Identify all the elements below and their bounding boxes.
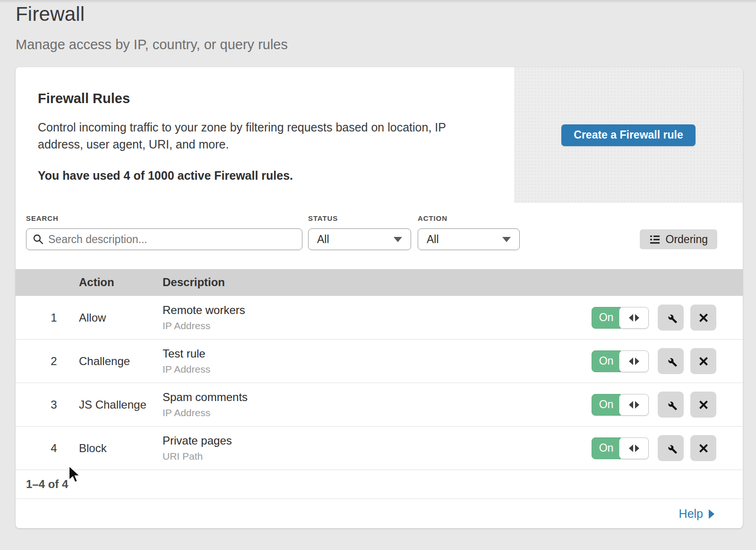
edit-rule-button[interactable] xyxy=(658,392,684,418)
arrow-right-icon xyxy=(635,358,639,365)
rule-action: Allow xyxy=(79,311,163,324)
rule-match-type: IP Address xyxy=(163,364,592,375)
action-column-header: Action xyxy=(79,276,163,289)
firewall-rules-card: Firewall Rules Control incoming traffic … xyxy=(16,67,743,528)
search-filter-group: SEARCH xyxy=(26,214,302,250)
arrow-right-icon xyxy=(635,401,639,409)
delete-rule-button[interactable] xyxy=(690,392,716,418)
table-row: 3 JS Challenge Spam comments IP Address … xyxy=(16,383,743,426)
rule-description: Test rule xyxy=(163,347,592,360)
action-filter-group: ACTION All xyxy=(418,214,520,250)
arrow-left-icon xyxy=(629,401,633,409)
description-column-header: Description xyxy=(163,276,592,289)
status-label: STATUS xyxy=(308,214,411,222)
wrench-icon xyxy=(664,398,678,411)
status-select[interactable]: All xyxy=(308,228,411,250)
wrench-icon xyxy=(664,311,678,324)
search-input[interactable] xyxy=(26,228,302,250)
close-icon xyxy=(697,312,710,324)
toggle-handle[interactable] xyxy=(619,307,649,329)
search-icon xyxy=(33,234,44,245)
ordering-button-label: Ordering xyxy=(666,233,708,246)
arrow-right-icon xyxy=(635,314,639,322)
rule-priority: 2 xyxy=(16,355,79,368)
table-header: Action Description xyxy=(16,269,743,296)
rule-controls: On xyxy=(592,348,743,374)
rule-description-cell: Private pages URI Path xyxy=(163,434,592,462)
rules-usage-note: You have used 4 of 1000 active Firewall … xyxy=(38,169,491,183)
rule-match-type: IP Address xyxy=(163,320,592,332)
close-icon xyxy=(697,442,710,454)
status-select-value: All xyxy=(317,233,329,246)
edit-rule-button[interactable] xyxy=(658,435,684,461)
close-icon xyxy=(697,355,710,367)
create-firewall-rule-button[interactable]: Create a Firewall rule xyxy=(561,124,695,146)
edit-rule-button[interactable] xyxy=(658,305,684,331)
edit-rule-button[interactable] xyxy=(658,348,684,374)
rules-intro-section: Firewall Rules Control incoming traffic … xyxy=(16,67,743,203)
action-label: ACTION xyxy=(418,214,520,222)
help-link[interactable]: Help xyxy=(679,507,714,521)
delete-rule-button[interactable] xyxy=(690,435,716,461)
page-header: Firewall Manage access by IP, country, o… xyxy=(0,0,756,52)
caret-right-icon xyxy=(709,509,714,519)
rule-action: Block xyxy=(79,442,163,455)
rule-description: Spam comments xyxy=(163,391,592,404)
help-bar: Help xyxy=(16,498,743,528)
close-icon xyxy=(697,399,710,411)
action-select[interactable]: All xyxy=(418,228,520,250)
rule-match-type: IP Address xyxy=(163,407,592,419)
rules-heading: Firewall Rules xyxy=(38,91,491,106)
page-subtitle: Manage access by IP, country, or query r… xyxy=(16,37,756,52)
toggle-handle[interactable] xyxy=(619,437,649,459)
delete-rule-button[interactable] xyxy=(690,348,716,374)
delete-rule-button[interactable] xyxy=(690,305,716,331)
rules-description: Control incoming traffic to your zone by… xyxy=(38,119,484,153)
toggle-on-label: On xyxy=(592,307,621,329)
rule-match-type: URI Path xyxy=(163,451,592,462)
toggle-handle[interactable] xyxy=(619,394,649,416)
rule-enabled-toggle[interactable]: On xyxy=(592,437,651,459)
search-label: SEARCH xyxy=(26,214,302,222)
rule-description-cell: Test rule IP Address xyxy=(163,347,592,375)
rule-action: JS Challenge xyxy=(79,398,163,411)
rule-controls: On xyxy=(592,392,743,418)
table-row: 2 Challenge Test rule IP Address On xyxy=(16,339,743,383)
pagination-range: 1–4 of 4 xyxy=(26,478,68,491)
rule-action: Challenge xyxy=(79,355,163,368)
rule-enabled-toggle[interactable]: On xyxy=(592,394,651,416)
chevron-down-icon xyxy=(394,237,402,242)
rule-priority: 4 xyxy=(16,442,79,455)
toggle-on-label: On xyxy=(592,394,621,416)
arrow-right-icon xyxy=(635,445,639,452)
status-filter-group: STATUS All xyxy=(308,214,411,250)
rule-enabled-toggle[interactable]: On xyxy=(592,350,651,372)
rule-description: Remote workers xyxy=(163,304,592,317)
rule-enabled-toggle[interactable]: On xyxy=(592,307,651,329)
arrow-left-icon xyxy=(629,445,633,452)
rule-description: Private pages xyxy=(163,434,592,447)
action-select-value: All xyxy=(427,233,439,246)
toggle-on-label: On xyxy=(592,350,621,372)
create-rule-panel: Create a Firewall rule xyxy=(514,67,743,203)
rule-priority: 1 xyxy=(16,311,79,324)
arrow-left-icon xyxy=(629,358,633,365)
page-title: Firewall xyxy=(16,3,756,26)
table-row: 4 Block Private pages URI Path On xyxy=(16,426,743,470)
rule-description-cell: Spam comments IP Address xyxy=(163,391,592,419)
wrench-icon xyxy=(664,355,678,368)
arrow-left-icon xyxy=(629,314,633,322)
pagination-bar: 1–4 of 4 xyxy=(16,470,743,498)
toggle-handle[interactable] xyxy=(619,350,649,372)
help-link-label: Help xyxy=(679,507,703,521)
ordered-list-icon xyxy=(649,234,661,245)
rule-priority: 3 xyxy=(16,398,79,411)
rule-description-cell: Remote workers IP Address xyxy=(163,304,592,332)
chevron-down-icon xyxy=(502,237,511,242)
toggle-on-label: On xyxy=(592,437,621,459)
search-input-wrap xyxy=(26,228,302,250)
rules-intro-text: Firewall Rules Control incoming traffic … xyxy=(16,67,514,203)
filters-bar: SEARCH STATUS All ACTION All xyxy=(16,203,743,269)
rule-controls: On xyxy=(592,435,743,461)
ordering-button[interactable]: Ordering xyxy=(640,229,717,249)
